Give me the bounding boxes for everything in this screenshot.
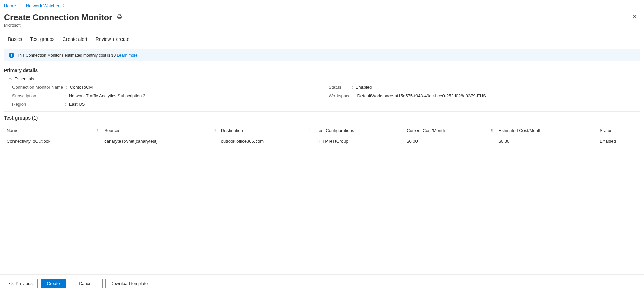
sort-icon: ↑↓ xyxy=(309,128,311,132)
page-title: Create Connection Monitor xyxy=(4,12,112,22)
chevron-right-icon: 〉 xyxy=(19,4,23,8)
col-destination[interactable]: Destination↑↓ xyxy=(218,125,314,136)
breadcrumb-home[interactable]: Home xyxy=(4,3,16,8)
info-banner: i This Connection Monitor's estimated mo… xyxy=(4,49,640,61)
label-region: Region xyxy=(12,102,62,107)
col-sources[interactable]: Sources↑↓ xyxy=(102,125,218,136)
banner-learn-more-link[interactable]: Learn more xyxy=(117,53,137,58)
col-estimated-cost[interactable]: Estimated Cost/Month↑↓ xyxy=(496,125,597,136)
sort-icon: ↑↓ xyxy=(399,128,401,132)
essentials-toggle[interactable]: Essentials xyxy=(4,76,640,81)
tab-basics[interactable]: Basics xyxy=(8,34,22,45)
chevron-up-icon xyxy=(9,77,12,81)
label-status: Status xyxy=(329,85,349,90)
label-subscription: Subscription xyxy=(12,93,62,98)
test-groups-table: Name↑↓ Sources↑↓ Destination↑↓ Test Conf… xyxy=(4,125,640,147)
svg-rect-0 xyxy=(118,15,120,16)
cell-name: ConnectivityToOutlook xyxy=(4,136,102,147)
chevron-right-icon: 〉 xyxy=(63,4,66,8)
table-row[interactable]: ConnectivityToOutlook canarytest-vnet(ca… xyxy=(4,136,640,147)
section-primary-details: Primary details xyxy=(4,68,640,73)
col-name[interactable]: Name↑↓ xyxy=(4,125,102,136)
label-conn-monitor-name: Connection Monitor Name xyxy=(12,85,63,90)
col-current-cost[interactable]: Current Cost/Month↑↓ xyxy=(404,125,496,136)
value-subscription: Network Traffic Analytics Subscription 3 xyxy=(69,93,145,98)
tab-review-create[interactable]: Review + create xyxy=(96,34,130,45)
banner-text: This Connection Monitor's estimated mont… xyxy=(17,53,117,58)
breadcrumb-network-watcher[interactable]: Network Watcher xyxy=(26,3,59,8)
sort-icon: ↑↓ xyxy=(97,128,99,132)
cell-current-cost: $0.00 xyxy=(404,136,496,147)
sort-icon: ↑↓ xyxy=(592,128,594,132)
cell-estimated-cost: $0.30 xyxy=(496,136,597,147)
cell-destination: outlook.office365.com xyxy=(218,136,314,147)
close-button[interactable]: ✕ xyxy=(629,12,640,21)
breadcrumb: Home 〉 Network Watcher 〉 xyxy=(4,3,640,12)
tab-create-alert[interactable]: Create alert xyxy=(63,34,87,45)
cell-test-config: HTTPTestGroup xyxy=(314,136,404,147)
print-icon[interactable] xyxy=(117,14,122,20)
value-region: East US xyxy=(69,102,85,107)
sort-icon: ↑↓ xyxy=(491,128,493,132)
page-subtitle: Microsoft xyxy=(4,23,122,28)
essentials-label: Essentials xyxy=(14,76,34,81)
label-workspace: Workspace xyxy=(329,93,351,98)
value-conn-monitor-name: ContosoCM xyxy=(70,85,93,90)
cell-status: Enabled xyxy=(597,136,640,147)
tab-test-groups[interactable]: Test groups xyxy=(30,34,54,45)
value-workspace: DefaultWorkspace-af15e575-f948-49ac-bce0… xyxy=(357,93,486,98)
cell-sources: canarytest-vnet(canarytest) xyxy=(102,136,218,147)
col-status[interactable]: Status↑↓ xyxy=(597,125,640,136)
sort-icon: ↑↓ xyxy=(213,128,216,132)
sort-icon: ↑↓ xyxy=(635,128,637,132)
info-icon: i xyxy=(9,53,14,58)
section-test-groups: Test groups (1) xyxy=(4,115,640,121)
value-status: Enabled xyxy=(356,85,372,90)
col-test-configurations[interactable]: Test Configurations↑↓ xyxy=(314,125,404,136)
tabs: Basics Test groups Create alert Review +… xyxy=(4,34,640,45)
